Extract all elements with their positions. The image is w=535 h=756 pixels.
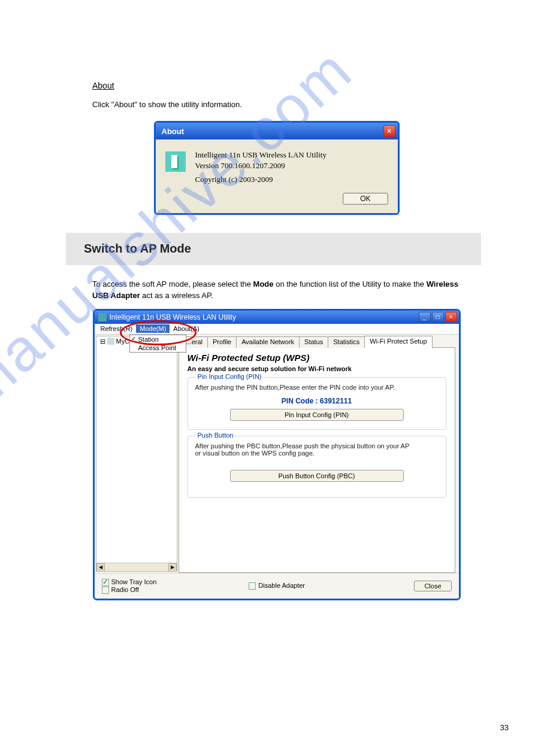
minimize-icon[interactable]: _ [419, 312, 431, 322]
menu-mode[interactable]: Mode(M) [136, 324, 170, 333]
wps-heading: Wi-Fi Protected Setup (WPS) [188, 353, 446, 363]
close-icon[interactable]: × [383, 125, 395, 137]
pbc-instruction-2: or visual button on the WPS config page. [195, 450, 439, 457]
utility-body: Refresh(R) Mode(M) About(A) Station Acce… [95, 324, 459, 599]
section-heading: Switch to AP Mode [66, 233, 481, 265]
ok-button[interactable]: OK [343, 193, 388, 205]
about-line2: Version 700.1600.1207.2009 [195, 161, 327, 171]
about-title: About [162, 127, 185, 136]
pin-code-label: PIN Code : 63912111 [195, 397, 439, 405]
pin-instruction: After pushing the PIN button,Please ente… [195, 384, 439, 391]
mode-dropdown: Station Access Point [129, 335, 187, 353]
show-tray-checkbox[interactable] [102, 579, 109, 586]
show-tray-label: Show Tray Icon [111, 578, 157, 585]
radio-off-label: Radio Off [111, 586, 139, 593]
intro-pre: To access the soft AP mode, please selec… [92, 280, 253, 289]
menu-bar: Refresh(R) Mode(M) About(A) Station Acce… [95, 324, 459, 335]
pbc-fieldset: Push Button After pushing the PBC button… [188, 436, 446, 498]
tab-status[interactable]: Status [299, 336, 328, 348]
about-text-block: Intelligent 11n USB Wireless LAN Utility… [195, 149, 327, 186]
about-line3: Copyright (c) 2003-2009 [195, 175, 327, 185]
utility-title: Intelligent 11n USB Wireless LAN Utility [110, 313, 236, 321]
intro-mid: on the function list of the Utility to m… [274, 280, 427, 289]
disable-adapter-checkbox[interactable] [249, 582, 256, 590]
utility-window: Intelligent 11n USB Wireless LAN Utility… [93, 309, 461, 600]
about-heading: About [92, 81, 114, 90]
device-tree[interactable]: ⊟ MyC ◀ ▶ [96, 336, 177, 572]
page-content: About Click "About" to show the utility … [0, 0, 535, 636]
about-line1: Intelligent 11n USB Wireless LAN Utility [195, 150, 327, 160]
tab-wps[interactable]: Wi-Fi Protect Setup [364, 336, 432, 348]
intro-post: act as a wireless AP. [140, 291, 213, 300]
about-description: Click "About" to show the utility inform… [92, 100, 469, 109]
disable-adapter-row[interactable]: Disable Adapter [249, 582, 305, 590]
intro-bold-mode: Mode [253, 280, 274, 289]
tab-profile[interactable]: Profile [207, 336, 237, 348]
about-titlebar: About × [156, 123, 398, 139]
about-app-icon [165, 151, 186, 172]
tab-strip: ...eral Profile Available Network Status… [179, 336, 455, 348]
scroll-left-icon[interactable]: ◀ [96, 563, 105, 572]
tree-expand-icon[interactable]: ⊟ [100, 338, 105, 345]
utility-titlebar: Intelligent 11n USB Wireless LAN Utility… [95, 311, 459, 324]
scroll-right-icon[interactable]: ▶ [168, 563, 177, 572]
tree-label: MyC [116, 338, 130, 345]
pbc-legend: Push Button [195, 432, 236, 439]
about-dialog: About × Intelligent 11n USB Wireless LAN… [154, 121, 400, 215]
close-button[interactable]: Close [414, 581, 451, 591]
pin-fieldset: Pin Input Config (PIN) After pushing the… [188, 377, 446, 430]
show-tray-row[interactable]: Show Tray Icon [102, 578, 157, 586]
maximize-icon[interactable]: □ [432, 312, 444, 322]
pin-config-button[interactable]: Pin Input Config (PIN) [230, 409, 404, 421]
tab-available-network[interactable]: Available Network [236, 336, 300, 348]
page-number: 33 [500, 723, 509, 732]
main-panel: ...eral Profile Available Network Status… [179, 335, 459, 573]
content-row: ⊟ MyC ◀ ▶ ...eral Profile Available Netw… [95, 335, 459, 573]
utility-app-icon [98, 313, 107, 321]
pin-legend: Pin Input Config (PIN) [195, 373, 264, 380]
tree-hscroll[interactable]: ◀ ▶ [96, 563, 177, 571]
radio-off-checkbox[interactable] [102, 587, 109, 594]
menu-about[interactable]: About(A) [170, 324, 202, 333]
window-buttons: _ □ × [419, 312, 457, 322]
dropdown-access-point[interactable]: Access Point [130, 344, 186, 352]
wps-subheading: An easy and secure setup solution for Wi… [188, 365, 446, 372]
wps-pane: Wi-Fi Protected Setup (WPS) An easy and … [179, 348, 455, 573]
dropdown-station[interactable]: Station [130, 335, 186, 344]
pbc-config-button[interactable]: Push Button Config (PBC) [230, 470, 404, 482]
disable-adapter-label: Disable Adapter [258, 582, 305, 589]
about-footer: OK [156, 192, 398, 213]
pbc-instruction-1: After pushing the PBC button,Please push… [195, 442, 439, 450]
intro-paragraph: To access the soft AP mode, please selec… [92, 278, 469, 302]
bottom-controls: Show Tray Icon Radio Off Disable Adapter… [95, 573, 459, 599]
radio-off-row[interactable]: Radio Off [102, 586, 157, 594]
about-body: Intelligent 11n USB Wireless LAN Utility… [156, 139, 398, 192]
menu-refresh[interactable]: Refresh(R) [97, 324, 137, 333]
close-window-icon[interactable]: × [445, 312, 457, 322]
tab-statistics[interactable]: Statistics [328, 336, 365, 348]
tree-computer-icon [107, 338, 114, 345]
